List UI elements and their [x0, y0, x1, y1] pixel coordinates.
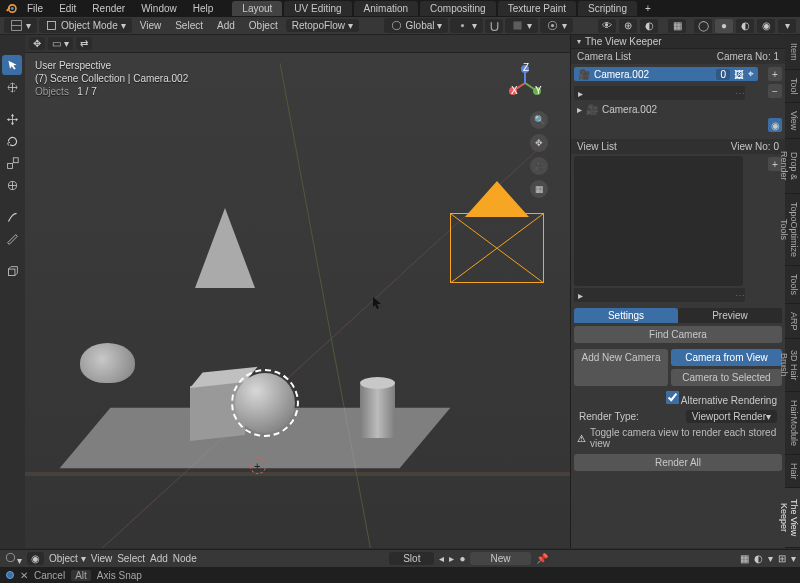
vtab-tool[interactable]: Tool: [785, 70, 800, 104]
visibility-icon[interactable]: 👁: [598, 19, 616, 33]
shading-wire-icon[interactable]: ◯: [694, 19, 712, 33]
tab-anim[interactable]: Animation: [354, 1, 418, 16]
camera-list-item[interactable]: 🎥 Camera.002 0 🖼 ⌖: [574, 67, 758, 81]
tool-addcube[interactable]: [2, 261, 22, 281]
tab-comp[interactable]: Compositing: [420, 1, 496, 16]
tool-measure[interactable]: [2, 229, 22, 249]
gizmo-perspective-icon[interactable]: ▦: [530, 180, 548, 198]
pivot-dropdown[interactable]: ▾: [450, 18, 483, 33]
disclosure-icon[interactable]: ▾: [577, 37, 581, 46]
camera-active-toggle[interactable]: ◉: [768, 118, 782, 132]
camera-render-icon[interactable]: 🖼: [734, 69, 744, 80]
node-view[interactable]: View: [91, 553, 113, 564]
find-camera-button[interactable]: Find Camera: [574, 326, 782, 343]
vtab-hairbrush[interactable]: 3D Hair Brush: [785, 339, 800, 391]
slot-prev-icon[interactable]: ◂: [439, 553, 444, 564]
mode-dropdown[interactable]: Object Mode ▾: [39, 18, 132, 33]
tool-move[interactable]: [2, 109, 22, 129]
camera-list-slider[interactable]: ▸⋯: [574, 86, 745, 100]
disclosure-icon[interactable]: ▸: [577, 104, 582, 115]
blender-logo-icon[interactable]: [4, 2, 18, 16]
gizmo-zoom-icon[interactable]: 🔍: [530, 111, 548, 129]
tool-select-box[interactable]: [2, 55, 22, 75]
view-list[interactable]: [574, 156, 743, 286]
render-type-dropdown[interactable]: Viewport Render ▾: [686, 410, 777, 423]
menu-help[interactable]: Help: [186, 1, 221, 16]
3d-viewport[interactable]: User Perspective (7) Scene Collection | …: [25, 53, 570, 548]
shelf-cursor-icon[interactable]: ✥: [29, 37, 45, 50]
tool-rotate[interactable]: [2, 131, 22, 151]
menu-window[interactable]: Window: [134, 1, 184, 16]
menu-render[interactable]: Render: [85, 1, 132, 16]
vtab-view[interactable]: View: [785, 103, 800, 139]
node-overlay1-icon[interactable]: ▦: [740, 553, 749, 564]
editor-type-dropdown[interactable]: ▾: [4, 18, 37, 33]
vtab-topo[interactable]: TopoOptimize Tools: [785, 194, 800, 266]
gizmo-camera-icon[interactable]: 🎥: [530, 157, 548, 175]
proportional-dropdown[interactable]: ▾: [540, 18, 573, 33]
add-camera-button[interactable]: +: [768, 67, 782, 81]
gizmos-icon[interactable]: ⊕: [619, 19, 637, 33]
slot-next-icon[interactable]: ▸: [449, 553, 454, 564]
overlays-icon[interactable]: ◐: [640, 19, 658, 33]
tab-layout[interactable]: Layout: [232, 1, 282, 16]
tool-cursor[interactable]: [2, 77, 22, 97]
add-new-camera-button[interactable]: Add New Camera: [574, 349, 668, 386]
new-material-button[interactable]: New: [470, 552, 530, 565]
pin-icon[interactable]: 📌: [536, 553, 548, 564]
shading-render-icon[interactable]: ◉: [757, 19, 775, 33]
camera-locate-icon[interactable]: ⌖: [748, 68, 754, 80]
slot-material-icon[interactable]: ●: [459, 553, 465, 564]
tab-texpaint[interactable]: Texture Paint: [498, 1, 576, 16]
tab-settings[interactable]: Settings: [574, 308, 678, 323]
vtab-viewkeeper[interactable]: The View Keeper: [785, 488, 800, 548]
tab-preview[interactable]: Preview: [678, 308, 782, 323]
snap-dropdown[interactable]: ▾: [505, 18, 538, 33]
shading-matprev-icon[interactable]: ◐: [736, 19, 754, 33]
view-list-slider[interactable]: ▸⋯: [574, 288, 745, 302]
camera-to-selected-button[interactable]: Camera to Selected: [671, 369, 782, 386]
header-select[interactable]: Select: [169, 19, 209, 32]
shelf-select-mode[interactable]: ▭ ▾: [48, 37, 73, 50]
tool-transform[interactable]: [2, 175, 22, 195]
header-view[interactable]: View: [134, 19, 168, 32]
node-overlay3-icon[interactable]: ⊞: [778, 553, 786, 564]
menu-file[interactable]: File: [20, 1, 50, 16]
node-object-dropdown[interactable]: Object ▾: [49, 553, 86, 564]
chevron-down-icon[interactable]: ▾: [791, 553, 796, 564]
xray-icon[interactable]: ▦: [668, 19, 686, 33]
vtab-drop[interactable]: Drop & Render: [785, 139, 800, 193]
camera-from-view-button[interactable]: Camera from View: [671, 349, 782, 366]
menu-edit[interactable]: Edit: [52, 1, 83, 16]
remove-camera-button[interactable]: −: [768, 84, 782, 98]
vtab-hairmod[interactable]: HairModule: [785, 392, 800, 455]
retopoflow-dropdown[interactable]: RetopoFlow ▾: [286, 19, 359, 32]
vtab-item[interactable]: Item: [785, 35, 800, 70]
vtab-hair[interactable]: Hair: [785, 455, 800, 489]
node-overlay2-icon[interactable]: ◐: [754, 553, 763, 564]
shelf-drag-icon[interactable]: ⇄: [76, 37, 92, 50]
node-select[interactable]: Select: [117, 553, 145, 564]
tool-scale[interactable]: [2, 153, 22, 173]
chevron-down-icon[interactable]: ▾: [768, 553, 773, 564]
vtab-arp[interactable]: ARP: [785, 304, 800, 340]
header-object[interactable]: Object: [243, 19, 284, 32]
add-workspace-button[interactable]: +: [639, 1, 657, 16]
shading-solid-icon[interactable]: ●: [715, 19, 733, 33]
orientation-gizmo[interactable]: X Y Z: [505, 63, 545, 103]
tool-annotate[interactable]: [2, 207, 22, 227]
slot-dropdown[interactable]: Slot: [389, 552, 434, 565]
header-add[interactable]: Add: [211, 19, 241, 32]
node-shadertype-icon[interactable]: ◉: [27, 552, 44, 565]
tab-script[interactable]: Scripting: [578, 1, 637, 16]
tab-uv[interactable]: UV Editing: [284, 1, 351, 16]
shading-dropdown[interactable]: ▾: [778, 19, 796, 33]
vtab-tools[interactable]: Tools: [785, 266, 800, 304]
alt-rendering-checkbox[interactable]: [666, 391, 679, 404]
node-add[interactable]: Add: [150, 553, 168, 564]
node-editor-type[interactable]: ▾: [4, 551, 22, 566]
node-node[interactable]: Node: [173, 553, 197, 564]
status-close-icon[interactable]: ✕: [20, 570, 28, 581]
gizmo-pan-icon[interactable]: ✥: [530, 134, 548, 152]
render-all-button[interactable]: Render All: [574, 454, 782, 471]
